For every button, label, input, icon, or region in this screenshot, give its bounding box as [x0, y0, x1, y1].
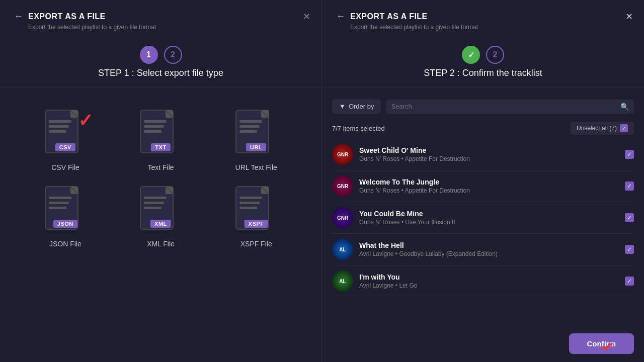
txt-badge: TXT: [151, 143, 170, 151]
track-item[interactable]: AL What the Hell Avril Lavigne • Goodbye…: [332, 234, 634, 265]
file-type-grid: CSV ✓ CSV File TXT Text File: [0, 95, 321, 258]
selection-row: 7/7 items selected Unselect all (7) ✓: [322, 118, 644, 139]
right-panel-subtitle: Export the selected playlist to a given …: [350, 24, 630, 31]
track-checkbox[interactable]: ✓: [625, 213, 634, 222]
track-info: You Could Be Mine Guns N' Roses • Use Yo…: [359, 210, 619, 226]
file-type-url[interactable]: URL URL Text File: [216, 105, 296, 171]
left-step-label: STEP 1 : Select export file type: [98, 68, 223, 78]
items-selected-label: 7/7 items selected: [332, 125, 385, 132]
xspf-label: XSPF File: [240, 240, 272, 248]
file-type-txt[interactable]: TXT Text File: [121, 105, 201, 171]
txt-label: Text File: [147, 163, 174, 171]
svg-rect-4: [49, 125, 69, 128]
track-info: What the Hell Avril Lavigne • Goodbye Lu…: [359, 241, 619, 257]
file-type-csv[interactable]: CSV ✓ CSV File: [25, 105, 106, 171]
confirm-footer: Confirm ✓: [322, 328, 644, 362]
xspf-badge: XSPF: [245, 220, 268, 228]
svg-rect-22: [49, 202, 69, 204]
step-2-bubble: 2: [164, 46, 182, 64]
json-badge: JSON: [53, 220, 77, 228]
csv-label: CSV File: [51, 163, 79, 171]
file-type-xspf[interactable]: XSPF XSPF File: [216, 182, 296, 248]
svg-rect-29: [144, 207, 162, 209]
track-item[interactable]: GNR You Could Be Mine Guns N' Roses • Us…: [332, 202, 634, 234]
left-steps-row: 1 2: [140, 46, 182, 64]
track-item[interactable]: GNR Sweet Child O' Mine Guns N' Roses • …: [332, 139, 634, 170]
right-steps-row: ✓ 2: [322, 46, 644, 64]
unselect-all-button[interactable]: Unselect all (7) ✓: [571, 122, 634, 135]
track-avatar: GNR: [332, 175, 353, 197]
right-panel-title: EXPORT AS A FILE: [350, 12, 428, 21]
confirm-button[interactable]: Confirm: [569, 333, 634, 354]
csv-check-icon: ✓: [78, 110, 93, 131]
right-step-label: STEP 2 : Confirm the tracklist: [424, 68, 542, 78]
track-avatar: GNR: [332, 207, 353, 228]
back-arrow-right[interactable]: ←: [336, 11, 345, 22]
left-divider: [0, 87, 321, 88]
close-left-button[interactable]: ✕: [303, 11, 310, 22]
url-label: URL Text File: [235, 163, 277, 171]
search-icon: 🔍: [620, 103, 629, 111]
track-checkbox[interactable]: ✓: [625, 245, 634, 254]
file-type-json[interactable]: JSON JSON File: [25, 182, 106, 248]
step-1-bubble: 1: [140, 46, 158, 64]
track-avatar: AL: [332, 239, 353, 260]
svg-rect-35: [239, 207, 257, 209]
left-panel-subtitle: Export the selected playlist to a given …: [28, 24, 307, 31]
left-header: ← EXPORT AS A FILE Export the selected p…: [0, 0, 321, 37]
svg-rect-23: [49, 207, 66, 209]
svg-rect-27: [144, 197, 167, 199]
track-info: Sweet Child O' Mine Guns N' Roses • Appe…: [359, 146, 619, 162]
svg-rect-21: [49, 197, 71, 199]
search-box: 🔍: [386, 100, 634, 114]
track-info: Welcome To The Jungle Guns N' Roses • Ap…: [359, 178, 619, 194]
search-input[interactable]: [391, 103, 620, 110]
track-checkbox[interactable]: ✓: [625, 277, 634, 286]
xml-badge: XML: [150, 220, 171, 228]
track-avatar: AL: [332, 270, 353, 292]
track-checkbox[interactable]: ✓: [625, 150, 634, 159]
track-item[interactable]: GNR Welcome To The Jungle Guns N' Roses …: [332, 170, 634, 202]
order-by-button[interactable]: ▼ Order by: [332, 99, 381, 114]
step-1-done-bubble: ✓: [462, 46, 480, 64]
svg-rect-5: [49, 130, 66, 133]
csv-badge: CSV: [55, 143, 75, 151]
svg-rect-3: [49, 120, 71, 123]
close-right-button[interactable]: ✕: [625, 11, 633, 22]
left-panel: ← EXPORT AS A FILE Export the selected p…: [0, 0, 322, 362]
toolbar-row: ▼ Order by 🔍: [322, 95, 644, 118]
svg-rect-10: [144, 125, 164, 128]
tracklist: GNR Sweet Child O' Mine Guns N' Roses • …: [322, 139, 644, 328]
svg-rect-9: [144, 120, 167, 123]
right-panel: ← EXPORT AS A FILE Export the selected p…: [322, 0, 644, 362]
sort-icon: ▼: [339, 103, 346, 110]
track-avatar: GNR: [332, 144, 353, 165]
track-info: I'm with You Avril Lavigne • Let Go: [359, 273, 619, 289]
right-header: ← EXPORT AS A FILE Export the selected p…: [322, 0, 644, 37]
track-item[interactable]: AL I'm with You Avril Lavigne • Let Go ✓: [332, 265, 634, 297]
track-checkbox[interactable]: ✓: [625, 182, 634, 191]
left-panel-title: EXPORT AS A FILE: [28, 12, 106, 21]
url-badge: URL: [246, 143, 266, 151]
svg-rect-34: [239, 202, 260, 204]
step-2-active-bubble: 2: [486, 46, 504, 64]
svg-rect-28: [144, 202, 164, 204]
back-arrow-left[interactable]: ←: [14, 11, 23, 22]
json-label: JSON File: [49, 240, 82, 248]
file-type-xml[interactable]: XML XML File: [121, 182, 201, 248]
svg-rect-33: [239, 197, 262, 199]
svg-rect-17: [239, 130, 257, 133]
right-divider: [322, 87, 644, 88]
svg-rect-11: [144, 130, 162, 133]
svg-rect-15: [239, 120, 262, 123]
xml-label: XML File: [147, 240, 175, 248]
unselect-all-checkbox: ✓: [620, 124, 628, 132]
svg-rect-16: [239, 125, 260, 128]
